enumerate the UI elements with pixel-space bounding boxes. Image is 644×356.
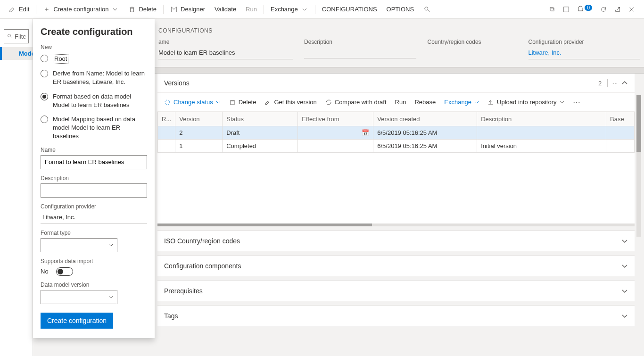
cell-status: Completed: [223, 140, 298, 153]
left-pane: Filter Model: [0, 19, 33, 356]
col-description[interactable]: Description: [477, 112, 606, 126]
validate-button[interactable]: Validate: [210, 3, 241, 16]
chevron-down-icon: [474, 100, 479, 105]
delete-version-button[interactable]: Delete: [229, 99, 256, 106]
supports-import-toggle[interactable]: [56, 267, 73, 276]
filter-placeholder: Filter: [15, 33, 25, 40]
chevron-down-icon: [111, 6, 119, 13]
options-link[interactable]: OPTIONS: [382, 3, 419, 16]
calendar-icon[interactable]: 📅: [362, 129, 369, 136]
create-config-submit[interactable]: Create configuration: [41, 313, 113, 329]
edit-icon: [264, 99, 271, 106]
country-col-label: Country/region codes: [428, 39, 517, 45]
radio-derive[interactable]: Derive from Name: Model to learn ER base…: [41, 69, 147, 86]
desc-col-label: Description: [304, 39, 416, 45]
name-input[interactable]: [41, 155, 147, 169]
attach-icon[interactable]: ⧉: [548, 6, 556, 13]
filter-input[interactable]: Filter: [4, 29, 29, 43]
radio-icon: [41, 93, 48, 100]
get-version-button[interactable]: Get this version: [264, 99, 316, 106]
designer-button[interactable]: Designer: [165, 3, 210, 16]
pencil-icon: [8, 6, 16, 13]
cell-base: [606, 140, 635, 153]
versions-panel: Versions 2 -- Change status Delete Get t…: [157, 74, 635, 226]
panel-header[interactable]: Prerequisites: [157, 281, 635, 301]
upload-repo-button[interactable]: Upload into repository: [487, 99, 564, 106]
provider-col-value[interactable]: Litware, Inc.: [528, 48, 641, 59]
col-created[interactable]: Version created: [373, 112, 477, 126]
name-col-value[interactable]: Model to learn ER baselines: [158, 48, 293, 59]
run-button: Run: [241, 3, 262, 16]
upload-icon: [487, 99, 494, 106]
search-icon: [7, 33, 13, 39]
name-field-label: Name: [41, 147, 147, 153]
col-r[interactable]: R...: [158, 112, 175, 126]
close-icon[interactable]: [628, 6, 636, 13]
versions-count: 2: [598, 80, 602, 87]
cell-effective[interactable]: 📅: [298, 126, 373, 140]
desc-input[interactable]: [41, 183, 147, 198]
edit-button[interactable]: Edit: [4, 3, 34, 16]
country-col-value: [428, 48, 517, 58]
search-button[interactable]: [419, 3, 436, 16]
chevron-down-icon: [108, 295, 113, 299]
chevron-down-icon: [301, 6, 308, 13]
notifications-icon[interactable]: 0: [577, 5, 593, 14]
dropdown-title: Create configuration: [41, 26, 147, 37]
iso-codes-panel: ISO Country/region codes: [157, 230, 635, 251]
col-status[interactable]: Status: [223, 112, 298, 126]
format-type-select[interactable]: [41, 238, 117, 252]
tags-panel: Tags: [157, 305, 635, 326]
col-version[interactable]: Version: [175, 112, 223, 126]
search-icon: [423, 6, 431, 13]
col-base[interactable]: Base: [606, 112, 635, 126]
delete-label: Delete: [139, 6, 157, 13]
rebase-button[interactable]: Rebase: [414, 99, 436, 106]
desc-col-value[interactable]: [304, 48, 416, 58]
compare-icon: [325, 99, 332, 106]
office-icon[interactable]: [562, 6, 570, 13]
vertical-scrollbar[interactable]: [636, 95, 641, 237]
change-status-button[interactable]: Change status: [164, 99, 221, 106]
delete-button[interactable]: Delete: [124, 3, 161, 16]
cell-created: 6/5/2019 05:16:25 AM: [373, 126, 477, 140]
radio-format[interactable]: Format based on data model Model to lear…: [41, 92, 147, 109]
chevron-down-icon: [216, 100, 221, 105]
desc-field-label: Description: [41, 175, 147, 182]
table-row[interactable]: 1 Completed 6/5/2019 05:16:25 AM Initial…: [158, 140, 635, 153]
table-row[interactable]: 2 Draft 📅 6/5/2019 05:16:25 AM: [158, 126, 635, 140]
svg-point-3: [165, 100, 170, 105]
trash-icon: [128, 6, 136, 13]
edit-label: Edit: [19, 6, 29, 13]
cell-created: 6/5/2019 05:16:25 AM: [373, 140, 477, 153]
more-actions-icon[interactable]: ⋯: [573, 98, 581, 107]
create-config-dropdown: Create configuration New Root Derive fro…: [33, 19, 155, 338]
notification-badge: 0: [585, 5, 592, 11]
provider-value: Litware, Inc.: [41, 212, 147, 224]
radio-mapping[interactable]: Model Mapping based on data model Model …: [41, 115, 147, 141]
tree-item-model[interactable]: Model: [0, 47, 33, 60]
col-effective[interactable]: Effective from: [298, 112, 373, 126]
radio-format-label: Format based on data model Model to lear…: [53, 92, 147, 109]
horizontal-scrollbar[interactable]: [157, 224, 635, 226]
versions-header[interactable]: Versions 2 --: [157, 74, 635, 93]
panel-header[interactable]: ISO Country/region codes: [157, 231, 635, 251]
run-version-button[interactable]: Run: [395, 99, 406, 106]
configurations-link[interactable]: CONFIGURATIONS: [317, 3, 382, 16]
panel-header[interactable]: Tags: [157, 306, 635, 326]
exchange-button[interactable]: Exchange: [266, 3, 313, 16]
chevron-down-icon: [621, 288, 628, 294]
chevron-down-icon: [108, 243, 113, 248]
exchange-version-button[interactable]: Exchange: [444, 99, 479, 106]
create-config-button[interactable]: ＋ Create configuration: [38, 3, 124, 16]
compare-button[interactable]: Compare with draft: [325, 99, 387, 106]
refresh-icon[interactable]: [600, 6, 607, 13]
panel-header[interactable]: Configuration components: [157, 256, 635, 276]
popout-icon[interactable]: [614, 6, 621, 13]
chevron-up-icon[interactable]: [621, 80, 628, 86]
data-model-version-select[interactable]: [41, 290, 117, 304]
window-controls: ⧉ 0: [548, 5, 640, 14]
cell-description: [477, 126, 606, 140]
separator: [36, 5, 36, 14]
radio-root[interactable]: Root: [41, 54, 147, 64]
